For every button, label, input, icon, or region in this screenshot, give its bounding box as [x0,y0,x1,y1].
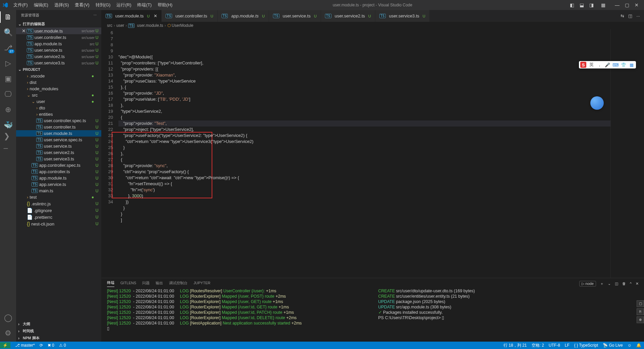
remote-explorer-icon[interactable]: 🖵 [4,90,12,99]
customize-layout-icon[interactable]: ▦ [601,2,605,8]
editor-tab[interactable]: TSuser.service2.tsU [321,10,375,22]
more-actions-icon[interactable]: ··· [636,13,640,18]
folder-item[interactable]: ›test• [16,194,101,200]
file-item[interactable]: TSapp.controller.tsU [16,168,101,175]
code-line[interactable]: { [118,114,610,120]
breadcrumb-item[interactable]: ⬡ UserModule [167,23,194,28]
code-line[interactable] [118,48,610,54]
editor-tab[interactable]: TSuser.controller.tsU [162,10,217,22]
panel-tab[interactable]: GITLENS [120,281,136,286]
code-line[interactable]: } [118,205,610,211]
breadcrumbs[interactable]: src›user›TS user.module.ts›⬡ UserModule [102,22,644,29]
section-timeline[interactable]: ›时间线 [16,328,101,335]
terminal-selector[interactable]: ▷ node [579,281,596,287]
status-warnings[interactable]: ⚠ 0 [59,343,66,348]
file-item[interactable]: TSuser.controller.spec.tsU [16,117,101,124]
code-line[interactable]: "prop">useFactory("type">UserService2: "… [118,133,610,139]
file-item[interactable]: TSmain.tsU [16,188,101,194]
editor-tab[interactable]: TSapp.module.tsU [218,10,269,22]
section-npm[interactable]: ›NPM 脚本 [16,335,101,342]
code-line[interactable]: } [118,145,610,151]
code-line[interactable]: "prop">provide: "sync", [118,163,610,169]
menu-item[interactable]: 终端(T) [135,1,154,9]
code-line[interactable]: }) [118,199,610,205]
terminal-body[interactable]: [Nest] 12520 - 2022/08/24 01:01:00 LOG [… [102,287,644,342]
editor-tab[interactable]: TSuser.module.tsU✕ [102,10,162,22]
close-tab-icon[interactable]: ✕ [154,13,157,18]
code-editor[interactable]: 6789101112131415161718192021222324252627… [102,29,644,278]
code-line[interactable]: "prop">controllers: ["type">UserControll… [118,60,610,66]
section-outline[interactable]: ›大纲 [16,320,101,328]
folder-item[interactable]: ⌄src• [16,92,101,98]
testing-icon[interactable]: ⊕ [4,105,12,114]
terminal-view-icon[interactable]: ❯_ [4,136,12,145]
code-line[interactable]: "dec">@Module({ [118,54,610,60]
code-line[interactable]: "fn">r('sync') [118,187,610,193]
git-branch[interactable]: ⎇ master* [15,343,35,348]
ime-widget[interactable]: S 英 ， 🎤 ⌨ 👕 ▦ [579,61,636,68]
language-mode[interactable]: { } TypeScript [574,343,598,348]
code-line[interactable]: "ctrl">async "prop">useFactory() { [118,169,610,175]
folder-item[interactable]: ›entities [16,111,101,117]
compare-changes-icon[interactable]: ⇆ [621,13,624,18]
code-line[interactable]: "prop">provide: "Test", [118,120,610,127]
window-minimize-icon[interactable]: — [615,2,620,8]
indent-setting[interactable]: 空格: 2 [532,343,544,348]
ime-skin-icon[interactable]: 👕 [621,62,627,68]
window-maximize-icon[interactable]: ▢ [625,2,629,8]
status-errors[interactable]: ✖ 0 [48,343,54,348]
code-line[interactable]: } [118,211,610,217]
folder-item[interactable]: ›dist [16,79,101,86]
layout-panel-left-icon[interactable]: ◧ [570,2,574,8]
accounts-icon[interactable]: ◯ [4,313,12,322]
close-panel-icon[interactable]: ✕ [636,282,639,286]
file-item[interactable]: TSapp.controller.spec.tsU [16,162,101,168]
menu-item[interactable]: 查看(V) [72,1,92,9]
folder-item[interactable]: ›.vscode• [16,73,101,79]
open-editor-item[interactable]: TSapp.module.tssrcU [16,41,101,47]
search-icon[interactable]: 🔍 [4,28,12,37]
go-live-button[interactable]: 📡 Go Live [603,343,623,348]
menu-item[interactable]: 编辑(E) [31,1,51,9]
maximize-panel-icon[interactable]: ^ [630,282,632,286]
notifications-icon[interactable]: 🔔 [636,343,641,348]
breadcrumb-item[interactable]: src [107,23,112,28]
open-editor-item[interactable]: TSuser.service.tssrc\userU [16,47,101,53]
file-item[interactable]: {}nest-cli.jsonU [16,220,101,227]
ime-keyboard-icon[interactable]: ⌨ [612,62,619,68]
menu-item[interactable]: 帮助(H) [155,1,175,9]
ribbon-item[interactable]: ▢ [637,300,644,307]
git-sync-icon[interactable]: ⟳ [40,343,43,348]
menu-item[interactable]: 转到(G) [93,1,113,9]
file-item[interactable]: TSuser.service2.tsU [16,149,101,156]
menu-item[interactable]: 选择(S) [52,1,71,9]
code-content[interactable]: "dec">@Module({ "prop">controllers: ["ty… [118,29,610,278]
file-item[interactable]: TSapp.module.tsU [16,175,101,181]
menu-item[interactable]: 文件(F) [11,1,31,9]
open-editor-item[interactable]: TSuser.service3.tssrc\userU [16,60,101,66]
code-line[interactable]: }, [118,102,610,108]
run-debug-icon[interactable]: ▷ [4,59,12,68]
open-editor-item[interactable]: TSuser.controller.tssrc\userU [16,34,101,41]
docker-icon[interactable]: 🐳 [4,121,12,130]
code-line[interactable]: "prop">provide: "JD", [118,90,610,96]
feedback-icon[interactable]: ☺ [628,343,632,348]
floating-assistant-icon[interactable] [590,96,604,110]
explorer-icon[interactable]: 🗎 [4,13,12,21]
code-line[interactable]: "prop">useValue: ['TB', 'PDD', 'JD'] [118,96,610,102]
file-item[interactable]: 📄.prettierrcU [16,214,101,220]
new-terminal-icon[interactable]: ＋ [600,281,604,286]
ime-lang[interactable]: 英 [588,62,594,68]
section-open-editors[interactable]: ⌄打开的编辑器 [16,20,101,28]
code-line[interactable]: "prop">inject: ["type">UserService2], [118,127,610,133]
panel-tab[interactable]: 调试控制台 [169,281,187,287]
eol[interactable]: LF [565,343,570,348]
kill-terminal-icon[interactable]: 🗑 [622,282,626,286]
panel-tab[interactable]: JUPYTER [194,281,210,286]
code-line[interactable]: "prop">useClass: "type">UserService [118,78,610,84]
ribbon-item[interactable]: ⊕ [637,316,644,323]
code-line[interactable]: ] [118,217,610,223]
file-item[interactable]: {}.eslintrc.jsU [16,200,101,207]
code-line[interactable]: { [118,157,610,163]
window-close-icon[interactable]: ✕ [635,2,639,8]
